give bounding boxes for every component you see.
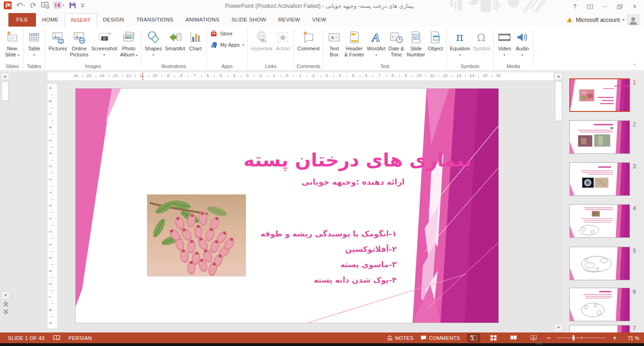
tab-file[interactable]: FILE: [8, 13, 36, 27]
comment-button[interactable]: Comment: [296, 28, 321, 52]
title-bar: P بیماری های درخت پسته- وجیهه جویانی - P…: [0, 0, 644, 13]
slide-sorter-view-button[interactable]: [487, 333, 500, 342]
equation-button[interactable]: π Equation ▾: [448, 28, 471, 58]
language-indicator[interactable]: PERSIAN: [69, 335, 92, 341]
scroll-down-button[interactable]: ▼: [1, 291, 10, 299]
smartart-button[interactable]: SmartArt: [163, 28, 186, 52]
slide-thumbnail-7[interactable]: [569, 325, 630, 332]
powerpoint-logo-icon[interactable]: P: [4, 1, 12, 9]
date-time-button[interactable]: Date & Time: [387, 28, 406, 58]
restore-button[interactable]: [613, 1, 626, 12]
tab-home[interactable]: HOME: [36, 13, 64, 27]
tab-review[interactable]: REVIEW: [272, 13, 306, 27]
next-slide-button[interactable]: [3, 309, 8, 314]
text-box-button[interactable]: A Text Box: [325, 28, 343, 58]
redo-button[interactable]: [29, 2, 37, 9]
previous-slide-button[interactable]: [3, 302, 8, 307]
object-button[interactable]: Object: [427, 28, 444, 52]
thumbnail-scrollbar[interactable]: ▲ ▼: [554, 72, 562, 332]
zoom-slider[interactable]: [557, 335, 606, 340]
store-button[interactable]: Store: [210, 30, 245, 37]
thumbnail-number: 3: [633, 163, 636, 170]
table-button[interactable]: Table ▾: [25, 28, 43, 58]
help-button[interactable]: ?: [568, 1, 581, 12]
horizontal-ruler[interactable]: 1615141312111098765432101234567891011121…: [48, 72, 553, 80]
pistachio-photo[interactable]: [147, 194, 246, 277]
photo-album-button[interactable]: Photo Album ▾: [119, 28, 139, 58]
action-icon: [275, 29, 290, 46]
thumbnail-panel: بیماری های درختان پسته 1: [563, 71, 644, 332]
scrollbar-thumb[interactable]: [1, 81, 9, 101]
slide-thumbnail-1[interactable]: بیماری های درختان پسته: [569, 78, 630, 112]
video-button[interactable]: Video ▾: [496, 28, 513, 58]
slide-thumbnail-4[interactable]: [569, 204, 630, 238]
slide-title[interactable]: بیماری های درختان پسته: [244, 149, 471, 171]
thumb-scroll-up-button[interactable]: ▲: [554, 72, 563, 80]
table-icon: [27, 29, 42, 46]
audio-button[interactable]: Audio ▾: [513, 28, 531, 58]
minimize-button[interactable]: ─: [598, 1, 611, 12]
thumbnail-number: 7: [633, 325, 636, 332]
thumb-scrollbar-thumb[interactable]: [555, 81, 562, 121]
slide-thumbnail-6[interactable]: [569, 288, 630, 321]
spellcheck-icon[interactable]: [53, 335, 60, 341]
account-dropdown-icon: ▾: [623, 18, 624, 22]
ribbon-display-options-button[interactable]: [583, 1, 596, 12]
photo-album-icon: [121, 29, 136, 46]
tab-design[interactable]: DESIGN: [97, 13, 130, 27]
store-icon: [210, 30, 217, 37]
wordart-button[interactable]: A WordArt ▾: [365, 28, 387, 58]
symbol-icon: Ω: [474, 29, 489, 46]
scroll-up-button[interactable]: ▲: [1, 72, 9, 80]
my-apps-button[interactable]: My Apps ▾: [210, 41, 245, 48]
notes-button[interactable]: NOTES: [387, 335, 413, 341]
tab-animations[interactable]: ANIMATIONS: [179, 13, 225, 27]
customize-qat-button[interactable]: [80, 2, 85, 9]
tab-transitions[interactable]: TRANSITIONS: [130, 13, 180, 27]
close-button[interactable]: ✕: [628, 1, 641, 12]
zoom-out-button[interactable]: −: [547, 334, 551, 341]
slide-number-button[interactable]: # Slide Number: [406, 28, 427, 58]
slide-thumbnail-2[interactable]: [569, 120, 630, 154]
normal-view-button[interactable]: [467, 333, 480, 342]
slide-thumbnail-5[interactable]: [569, 247, 630, 280]
slide-indicator[interactable]: SLIDE 1 OF 43: [8, 335, 45, 341]
svg-text:Ω: Ω: [477, 32, 485, 43]
online-pictures-button[interactable]: Online Pictures: [69, 28, 90, 58]
save-button[interactable]: [69, 2, 76, 9]
slide-body-list[interactable]: ۱-انگومک یا پوسیدگی ریشه و طوقه ۲-آفلاتو…: [260, 226, 397, 288]
slide-thumbnail-3[interactable]: [569, 162, 630, 196]
slide-canvas[interactable]: بیماری های درختان پسته ارائه دهنده :وجیه…: [76, 89, 498, 323]
undo-button[interactable]: [16, 2, 25, 9]
new-slide-icon: [5, 29, 20, 46]
thumbnail-number: 5: [633, 248, 636, 254]
comments-button[interactable]: COMMENTS: [420, 335, 460, 341]
tab-insert[interactable]: INSERT: [64, 14, 97, 27]
tab-view[interactable]: VIEW: [306, 13, 332, 27]
slideshow-view-button[interactable]: [527, 333, 540, 342]
theme-gallery-button[interactable]: [54, 2, 65, 9]
reading-view-button[interactable]: [507, 333, 520, 342]
thumb-scroll-down-button[interactable]: ▼: [554, 324, 563, 332]
zoom-in-button[interactable]: +: [613, 334, 616, 341]
start-slideshow-button[interactable]: [41, 2, 49, 9]
shapes-button[interactable]: Shapes ▾: [143, 28, 163, 58]
ribbon-tab-row: FILE HOME INSERT DESIGN TRANSITIONS ANIM…: [0, 13, 644, 27]
chart-button[interactable]: Chart: [187, 28, 204, 52]
ribbon-group-media: Video ▾ Audio ▾ Media: [494, 27, 532, 70]
zoom-percent[interactable]: 71 %: [623, 335, 639, 341]
collapse-ribbon-icon[interactable]: ⌃: [633, 63, 637, 68]
screenshot-button[interactable]: Screenshot ▾: [90, 28, 119, 58]
account-area[interactable]: Microsoft account ▾: [566, 14, 639, 25]
header-footer-button[interactable]: Header & Footer: [343, 28, 365, 58]
action-button: Action: [274, 28, 292, 52]
editor-scrollbar[interactable]: ▲: [1, 72, 9, 101]
group-label-tables: Tables: [24, 63, 44, 70]
tab-slideshow[interactable]: SLIDE SHOW: [225, 13, 272, 27]
vertical-ruler[interactable]: 9876543210123456789: [48, 84, 57, 328]
zoom-slider-thumb[interactable]: [573, 335, 574, 340]
header-footer-icon: [347, 29, 362, 46]
pictures-button[interactable]: Pictures: [47, 28, 69, 52]
new-slide-button[interactable]: New Slide ▾: [3, 28, 21, 58]
slide-subtitle[interactable]: ارائه دهنده :وجیهه جویانی: [301, 177, 405, 187]
